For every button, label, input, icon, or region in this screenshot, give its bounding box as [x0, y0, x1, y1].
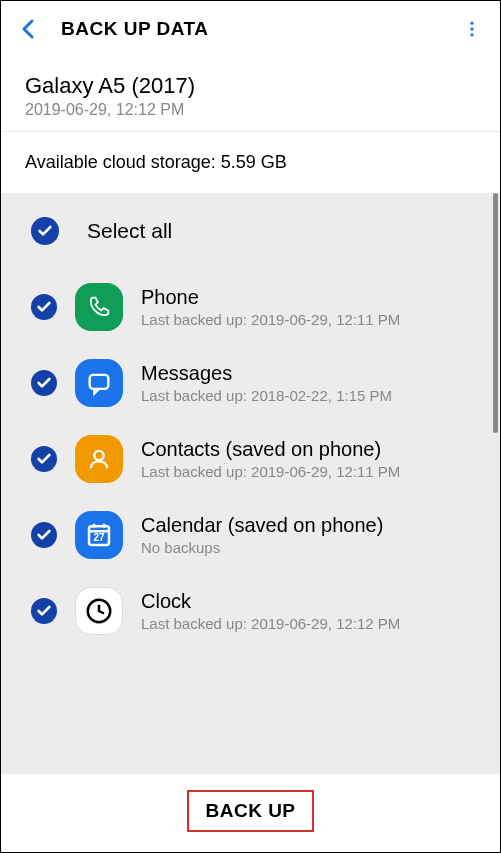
backup-button[interactable]: BACK UP	[187, 790, 313, 832]
item-checkbox[interactable]	[31, 598, 57, 624]
item-title: Messages	[141, 362, 470, 385]
storage-text: Available cloud storage: 5.59 GB	[25, 152, 476, 173]
calendar-icon: 27	[75, 511, 123, 559]
svg-point-0	[470, 22, 473, 25]
overflow-menu-button[interactable]	[460, 17, 484, 41]
item-checkbox[interactable]	[31, 446, 57, 472]
backup-items-list: Select all Phone Last backed up: 2019-06…	[1, 193, 500, 774]
storage-info: Available cloud storage: 5.59 GB	[1, 131, 500, 193]
item-subtitle: Last backed up: 2018-02-22, 1:15 PM	[141, 387, 470, 404]
item-subtitle: Last backed up: 2019-06-29, 12:11 PM	[141, 463, 470, 480]
app-header: BACK UP DATA	[1, 1, 500, 57]
svg-point-1	[470, 27, 473, 30]
item-checkbox[interactable]	[31, 522, 57, 548]
device-info: Galaxy A5 (2017) 2019-06-29, 12:12 PM	[1, 57, 500, 131]
clock-icon	[75, 587, 123, 635]
item-title: Contacts (saved on phone)	[141, 438, 470, 461]
item-title: Phone	[141, 286, 470, 309]
phone-icon	[75, 283, 123, 331]
svg-text:27: 27	[93, 532, 105, 543]
item-subtitle: Last backed up: 2019-06-29, 12:12 PM	[141, 615, 470, 632]
svg-rect-3	[90, 375, 109, 389]
list-item[interactable]: Phone Last backed up: 2019-06-29, 12:11 …	[1, 269, 500, 345]
svg-point-4	[94, 451, 103, 460]
list-item[interactable]: Contacts (saved on phone) Last backed up…	[1, 421, 500, 497]
device-backup-date: 2019-06-29, 12:12 PM	[25, 101, 476, 119]
scrollbar[interactable]	[493, 193, 498, 433]
messages-icon	[75, 359, 123, 407]
contacts-icon	[75, 435, 123, 483]
select-all-row[interactable]: Select all	[1, 193, 500, 269]
item-subtitle: Last backed up: 2019-06-29, 12:11 PM	[141, 311, 470, 328]
select-all-checkbox[interactable]	[31, 217, 59, 245]
footer: BACK UP	[1, 774, 500, 852]
list-item[interactable]: Clock Last backed up: 2019-06-29, 12:12 …	[1, 573, 500, 649]
back-button[interactable]	[17, 17, 41, 41]
list-item[interactable]: 27 Calendar (saved on phone) No backups	[1, 497, 500, 573]
item-title: Clock	[141, 590, 470, 613]
item-checkbox[interactable]	[31, 370, 57, 396]
item-checkbox[interactable]	[31, 294, 57, 320]
select-all-label: Select all	[87, 219, 172, 243]
item-title: Calendar (saved on phone)	[141, 514, 470, 537]
page-title: BACK UP DATA	[61, 18, 460, 40]
item-subtitle: No backups	[141, 539, 470, 556]
list-item[interactable]: Messages Last backed up: 2018-02-22, 1:1…	[1, 345, 500, 421]
svg-point-2	[470, 33, 473, 36]
device-name: Galaxy A5 (2017)	[25, 73, 476, 99]
